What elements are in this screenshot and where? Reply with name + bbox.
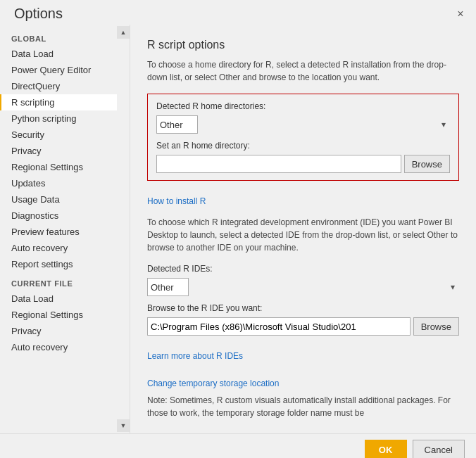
set-home-row: Browse xyxy=(156,155,450,173)
detected-ide-section: Detected R IDEs: Other Browse to the R I… xyxy=(147,264,459,336)
close-button[interactable]: × xyxy=(453,7,468,21)
main-content: R script options To choose a home direct… xyxy=(130,25,476,433)
detected-ide-label: Detected R IDEs: xyxy=(147,264,459,274)
options-dialog: Options × GLOBAL Data Load Power Query E… xyxy=(0,0,476,458)
dialog-footer: OK Cancel xyxy=(0,433,476,458)
sidebar-scroll[interactable]: GLOBAL Data Load Power Query Editor Dire… xyxy=(0,25,117,358)
change-storage-link[interactable]: Change temporary storage location xyxy=(147,379,279,388)
sidebar-item-report-settings[interactable]: Report settings xyxy=(0,256,117,272)
sidebar-item-cf-regional-settings[interactable]: Regional Settings xyxy=(0,307,117,323)
sidebar-item-auto-recovery[interactable]: Auto recovery xyxy=(0,240,117,256)
sidebar-scroll-down-button[interactable]: ▼ xyxy=(117,419,130,432)
sidebar-content: GLOBAL Data Load Power Query Editor Dire… xyxy=(0,25,117,433)
sidebar-item-r-scripting[interactable]: R scripting xyxy=(0,94,117,110)
main-scroll-area[interactable]: R script options To choose a home direct… xyxy=(130,25,476,433)
sidebar-right-arrows: ▲ ▼ xyxy=(117,25,130,433)
sidebar-item-usage-data[interactable]: Usage Data xyxy=(0,191,117,208)
detected-home-select-wrapper: Other xyxy=(156,115,450,134)
sidebar-scroll-up-button[interactable]: ▲ xyxy=(117,26,130,39)
title-bar: Options × xyxy=(0,0,476,25)
browse-ide-input[interactable] xyxy=(147,317,411,336)
detected-ide-select[interactable]: Other xyxy=(147,278,189,296)
sidebar-item-security[interactable]: Security xyxy=(0,127,117,143)
browse-ide-row: Browse xyxy=(147,317,459,336)
content-description: To choose a home directory for R, select… xyxy=(147,58,459,84)
sidebar-item-cf-privacy[interactable]: Privacy xyxy=(0,323,117,339)
ok-button[interactable]: OK xyxy=(365,440,407,458)
note-text: Note: Sometimes, R custom visuals automa… xyxy=(147,394,459,419)
set-home-label: Set an R home directory: xyxy=(156,141,450,151)
sidebar-item-cf-auto-recovery[interactable]: Auto recovery xyxy=(0,339,117,355)
sidebar-item-diagnostics[interactable]: Diagnostics xyxy=(0,208,117,224)
sidebar-inner: GLOBAL Data Load Power Query Editor Dire… xyxy=(0,25,130,433)
dialog-title: Options xyxy=(14,6,63,22)
sidebar-item-updates[interactable]: Updates xyxy=(0,175,117,191)
ide-description: To choose which R integrated development… xyxy=(147,216,459,254)
sidebar-item-data-load[interactable]: Data Load xyxy=(0,46,117,62)
r-home-section-box: Detected R home directories: Other Set a… xyxy=(147,94,459,181)
sidebar-item-preview-features[interactable]: Preview features xyxy=(0,224,117,240)
sidebar-item-cf-data-load[interactable]: Data Load xyxy=(0,291,117,307)
sidebar-item-power-query-editor[interactable]: Power Query Editor xyxy=(0,62,117,78)
cancel-button[interactable]: Cancel xyxy=(413,440,465,458)
set-home-browse-button[interactable]: Browse xyxy=(404,155,450,173)
detected-home-select[interactable]: Other xyxy=(156,115,198,134)
detected-ide-row: Other xyxy=(147,278,459,296)
browse-ide-button[interactable]: Browse xyxy=(413,317,459,336)
sidebar: GLOBAL Data Load Power Query Editor Dire… xyxy=(0,25,130,433)
detected-home-row: Other xyxy=(156,115,450,134)
detected-ide-select-wrapper: Other xyxy=(147,278,459,296)
sidebar-item-privacy[interactable]: Privacy xyxy=(0,143,117,159)
detected-home-label: Detected R home directories: xyxy=(156,101,450,111)
current-file-section-label: CURRENT FILE xyxy=(0,272,117,291)
storage-section: Change temporary storage location Note: … xyxy=(147,378,459,419)
dialog-body: GLOBAL Data Load Power Query Editor Dire… xyxy=(0,25,476,433)
set-home-input[interactable] xyxy=(156,155,401,173)
sidebar-item-python-scripting[interactable]: Python scripting xyxy=(0,110,117,127)
browse-ide-label: Browse to the R IDE you want: xyxy=(147,303,459,313)
global-section-label: GLOBAL xyxy=(0,27,117,46)
install-r-link[interactable]: How to install R xyxy=(147,196,206,206)
ide-link[interactable]: Learn more about R IDEs xyxy=(147,351,243,361)
content-title: R script options xyxy=(147,39,459,51)
sidebar-item-directquery[interactable]: DirectQuery xyxy=(0,78,117,94)
sidebar-item-regional-settings[interactable]: Regional Settings xyxy=(0,159,117,175)
